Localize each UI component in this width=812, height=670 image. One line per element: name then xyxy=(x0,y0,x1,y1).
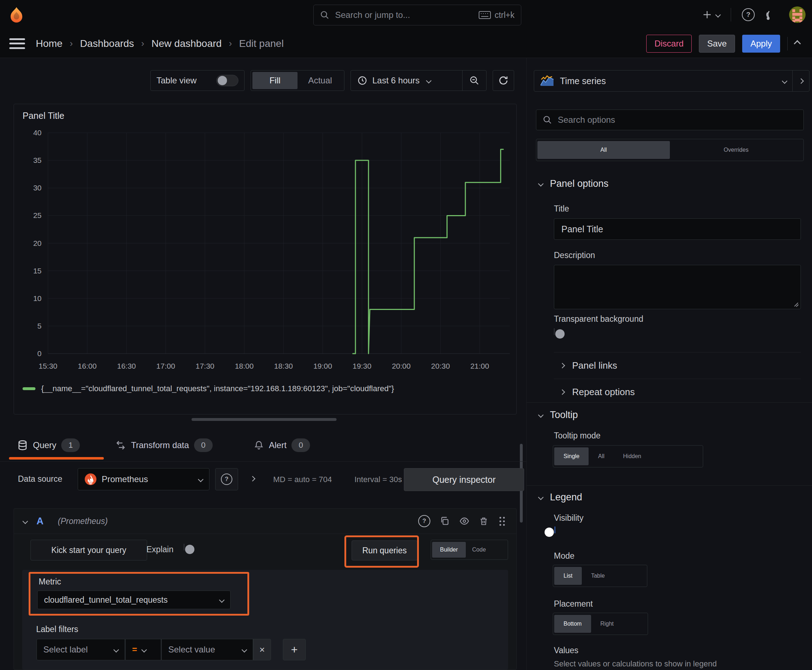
panel-title[interactable]: Panel Title xyxy=(22,111,64,121)
breadcrumb-new-dashboard[interactable]: New dashboard xyxy=(151,38,222,49)
save-button[interactable]: Save xyxy=(699,35,735,52)
tab-alert-count: 0 xyxy=(292,438,310,452)
top-nav-actions: ? xyxy=(702,0,805,29)
tab-query[interactable]: Query 1 xyxy=(17,438,80,452)
tab-alert-label: Alert xyxy=(269,440,286,450)
panel-links-row[interactable]: Panel links xyxy=(560,360,617,371)
delete-icon[interactable] xyxy=(479,516,488,526)
chevron-down-icon xyxy=(114,647,119,653)
grafana-logo[interactable] xyxy=(8,6,25,25)
viz-picker-label: Time series xyxy=(560,76,777,86)
actual-option[interactable]: Actual xyxy=(298,72,342,89)
run-queries-button[interactable]: Run queries xyxy=(352,540,417,560)
legend-swatch[interactable] xyxy=(22,387,36,390)
breadcrumb-dashboards[interactable]: Dashboards xyxy=(80,38,134,49)
divider xyxy=(787,37,788,51)
time-range-label: Last 6 hours xyxy=(372,76,420,86)
explain-label: Explain xyxy=(146,545,173,554)
transparent-bg-toggle[interactable] xyxy=(554,328,554,335)
tab-alert[interactable]: Alert 0 xyxy=(254,438,310,452)
transparent-bg-label: Transparent background xyxy=(554,314,643,324)
label-filter-key-select[interactable]: Select label xyxy=(37,639,125,660)
repeat-options-row[interactable]: Repeat options xyxy=(560,387,635,398)
apply-button[interactable]: Apply xyxy=(742,35,780,52)
legend-placement-right[interactable]: Right xyxy=(591,615,623,633)
query-datasource-hint: (Prometheus) xyxy=(58,516,108,526)
query-options-expand-icon[interactable] xyxy=(250,476,256,482)
help-icon[interactable]: ? xyxy=(742,8,755,21)
legend-visibility-toggle[interactable] xyxy=(554,526,555,533)
news-rss-icon[interactable] xyxy=(765,8,778,21)
query-inspector-button[interactable]: Query inspector xyxy=(404,468,524,491)
new-button[interactable] xyxy=(702,9,720,20)
time-range-picker[interactable]: Last 6 hours xyxy=(351,76,462,86)
add-filter-button[interactable]: + xyxy=(283,639,306,660)
fill-option[interactable]: Fill xyxy=(253,72,298,89)
query-row-header[interactable]: A (Prometheus) ? xyxy=(14,509,516,534)
table-view-toggle[interactable] xyxy=(216,75,239,86)
datasource-picker[interactable]: Prometheus xyxy=(78,468,209,490)
builder-option[interactable]: Builder xyxy=(432,542,466,558)
global-search[interactable]: ctrl+k xyxy=(313,5,521,25)
legend-mode-table[interactable]: Table xyxy=(582,567,614,585)
zoom-out-button[interactable] xyxy=(463,76,486,86)
remove-filter-button[interactable]: × xyxy=(253,639,271,660)
datasource-help-button[interactable]: ? xyxy=(215,468,238,490)
chevron-down-icon xyxy=(782,78,788,84)
legend-placement-bottom[interactable]: Bottom xyxy=(554,615,591,633)
tab-all[interactable]: All xyxy=(537,141,670,159)
interval: Interval = 30s xyxy=(354,475,402,484)
collapse-options-button[interactable] xyxy=(793,79,809,83)
tooltip-mode-all[interactable]: All xyxy=(588,447,614,465)
explain-toggle[interactable] xyxy=(184,544,185,550)
metric-select[interactable]: cloudflared_tunnel_total_requests xyxy=(37,590,231,609)
code-option[interactable]: Code xyxy=(466,542,492,558)
resize-corner-icon[interactable] xyxy=(793,301,799,307)
legend-mode-list[interactable]: List xyxy=(554,567,582,585)
options-search-input[interactable] xyxy=(557,115,797,125)
legend-series-label[interactable]: {__name__="cloudflared_tunnel_total_requ… xyxy=(41,384,394,393)
tooltip-title: Tooltip xyxy=(550,409,578,421)
panel-title-input[interactable] xyxy=(561,224,794,235)
description-textarea[interactable] xyxy=(554,265,801,309)
time-series-chart[interactable]: 15:3016:0016:3017:0017:3018:0018:3019:00… xyxy=(17,126,514,379)
select-label-placeholder: Select label xyxy=(43,645,109,655)
chevron-down-icon xyxy=(198,476,204,482)
tooltip-mode-hidden[interactable]: Hidden xyxy=(614,447,651,465)
collapse-header-icon[interactable] xyxy=(794,40,801,47)
kick-start-button[interactable]: Kick start your query xyxy=(31,540,147,560)
discard-button[interactable]: Discard xyxy=(646,35,692,52)
tab-transform-label: Transform data xyxy=(131,440,189,450)
toggle-visibility-icon[interactable] xyxy=(459,516,470,526)
query-help-icon[interactable]: ? xyxy=(418,515,431,527)
legend-mode-switch: List Table xyxy=(553,565,647,587)
search-icon xyxy=(320,10,329,20)
legend-visibility-label: Visibility xyxy=(554,513,583,523)
avatar[interactable] xyxy=(789,7,805,23)
chevron-down-icon xyxy=(426,78,432,83)
tooltip-mode-single[interactable]: Single xyxy=(554,447,588,465)
tab-overrides[interactable]: Overrides xyxy=(670,141,802,159)
shortcut-hint: ctrl+k xyxy=(479,10,514,20)
menu-icon[interactable] xyxy=(9,38,25,49)
database-icon xyxy=(17,440,28,451)
tooltip-header[interactable]: Tooltip xyxy=(539,409,578,421)
panel-preview: Panel Title 15:3016:0016:3017:0017:3018:… xyxy=(14,104,517,415)
refresh-button[interactable] xyxy=(493,70,514,91)
label-filter-operator-select[interactable]: = xyxy=(125,639,161,660)
collapse-query-icon[interactable] xyxy=(22,518,28,524)
drag-handle-icon[interactable] xyxy=(498,516,507,526)
section-divider xyxy=(527,402,812,403)
legend-header[interactable]: Legend xyxy=(539,492,582,503)
options-search[interactable] xyxy=(536,110,804,130)
global-search-input[interactable] xyxy=(334,10,474,20)
panel-resize-handle[interactable] xyxy=(192,418,337,421)
tab-transform[interactable]: Transform data 0 xyxy=(115,438,213,452)
duplicate-icon[interactable] xyxy=(440,516,450,526)
breadcrumb-separator: › xyxy=(229,38,232,49)
label-filter-value-select[interactable]: Select value xyxy=(161,639,253,660)
zoom-out-icon xyxy=(470,76,480,86)
panel-options-header[interactable]: Panel options xyxy=(539,178,609,189)
breadcrumb-home[interactable]: Home xyxy=(36,38,63,49)
viz-picker-select[interactable]: Time series xyxy=(534,75,792,86)
